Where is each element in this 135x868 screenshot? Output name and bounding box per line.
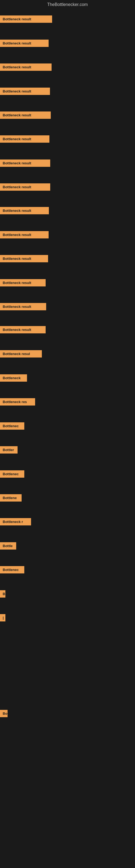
bottleneck-item-6[interactable]: Bottleneck result xyxy=(0,135,49,143)
site-title: TheBottlenecker.com xyxy=(0,0,135,9)
bottleneck-item-17[interactable]: Bottleneck res xyxy=(0,398,35,405)
bottleneck-item-9[interactable]: Bottleneck result xyxy=(0,207,49,214)
bottleneck-item-3[interactable]: Bottleneck result xyxy=(0,63,52,71)
bottleneck-item-19[interactable]: Bottler xyxy=(0,446,17,454)
bottleneck-item-25[interactable]: B xyxy=(0,590,5,597)
bottleneck-item-18[interactable]: Bottlenec xyxy=(0,422,24,430)
bottleneck-item-15[interactable]: Bottleneck resul xyxy=(0,350,42,358)
bottleneck-item-1[interactable]: Bottleneck result xyxy=(0,16,52,23)
bottleneck-item-13[interactable]: Bottleneck result xyxy=(0,303,46,310)
bottleneck-item-21[interactable]: Bottlene xyxy=(0,494,21,501)
bottleneck-item-24[interactable]: Bottlenec xyxy=(0,566,24,574)
bottleneck-item-11[interactable]: Bottleneck result xyxy=(0,255,48,262)
bottleneck-item-26[interactable]: | xyxy=(0,614,5,621)
bottleneck-item-7[interactable]: Bottleneck result xyxy=(0,159,50,167)
bottleneck-item-20[interactable]: Bottlenec xyxy=(0,470,24,478)
bottleneck-item-5[interactable]: Bottleneck result xyxy=(0,112,51,119)
bottleneck-item-16[interactable]: Bottleneck xyxy=(0,374,27,382)
bottleneck-item-27[interactable]: Bo xyxy=(0,710,8,717)
bottleneck-item-14[interactable]: Bottleneck result xyxy=(0,326,46,333)
bottleneck-item-10[interactable]: Bottleneck result xyxy=(0,231,49,239)
bottleneck-item-8[interactable]: Bottleneck result xyxy=(0,183,50,191)
bottleneck-item-22[interactable]: Bottleneck r xyxy=(0,518,31,525)
bottleneck-item-2[interactable]: Bottleneck result xyxy=(0,40,49,47)
bottleneck-item-23[interactable]: Bottle xyxy=(0,542,16,550)
bottleneck-item-4[interactable]: Bottleneck result xyxy=(0,88,50,95)
bottleneck-item-12[interactable]: Bottleneck result xyxy=(0,279,46,286)
